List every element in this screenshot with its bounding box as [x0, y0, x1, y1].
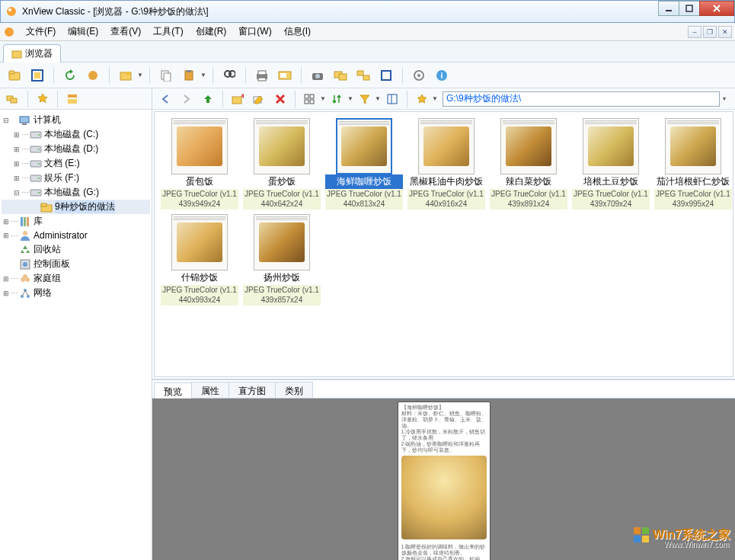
- svg-point-43: [38, 134, 40, 136]
- address-bar[interactable]: [443, 91, 720, 107]
- svg-rect-24: [280, 73, 286, 78]
- stop-button[interactable]: [83, 66, 103, 85]
- fullscreen-button[interactable]: [27, 66, 47, 85]
- tree-node[interactable]: ⊞⋯文档 (E:): [2, 156, 150, 171]
- tree-twisty[interactable]: ⊟: [12, 189, 21, 197]
- tab-preview[interactable]: 预览: [154, 382, 192, 398]
- refresh-button[interactable]: [60, 66, 80, 85]
- bookmark-button[interactable]: [412, 89, 432, 109]
- sort-button[interactable]: [328, 89, 347, 109]
- filter-dropdown[interactable]: ▼: [375, 95, 381, 102]
- minimize-button[interactable]: [658, 1, 679, 16]
- tree-twisty[interactable]: ⊞: [12, 131, 21, 139]
- thumbnail-item[interactable]: 茄汁培根虾仁炒饭JPEG TrueColor (v1.1439x995x24: [654, 118, 732, 210]
- thumbnail-item[interactable]: 蛋包饭JPEG TrueColor (v1.1439x949x24: [161, 118, 238, 210]
- tree-node[interactable]: 回收站: [2, 242, 150, 257]
- tree-twisty[interactable]: ⊞: [12, 174, 21, 182]
- tree-favorite-icon[interactable]: [33, 89, 53, 109]
- sort-dropdown[interactable]: ▼: [347, 95, 353, 102]
- open-button[interactable]: [5, 66, 24, 85]
- favorites-button[interactable]: [116, 66, 136, 85]
- tree-node[interactable]: ⊞⋯网络: [2, 286, 150, 300]
- thumbnail-item[interactable]: 培根土豆炒饭JPEG TrueColor (v1.1439x709x24: [572, 118, 650, 210]
- settings-button[interactable]: [409, 66, 429, 85]
- tree-node[interactable]: ⊟计算机: [2, 113, 150, 127]
- new-folder-button[interactable]: ✱: [228, 89, 248, 109]
- thumbnail-name: 蛋包饭: [161, 174, 238, 189]
- menu-view[interactable]: 查看(V): [104, 24, 147, 40]
- tree-node[interactable]: ⊞⋯家庭组: [2, 271, 150, 286]
- close-button[interactable]: [699, 1, 734, 16]
- menu-info[interactable]: 信息(I): [278, 24, 317, 40]
- layout-button[interactable]: [382, 89, 402, 109]
- tab-browser[interactable]: 浏览器: [3, 44, 61, 62]
- mdi-close-button[interactable]: ✕: [718, 26, 732, 38]
- mdi-minimize-button[interactable]: –: [688, 26, 701, 38]
- tree-node[interactable]: ⊟⋯本地磁盘 (G:): [2, 185, 150, 200]
- menu-file[interactable]: 文件(F): [20, 24, 62, 40]
- convert-button[interactable]: [331, 66, 350, 85]
- menu-window[interactable]: 窗口(W): [232, 24, 277, 40]
- maximize-button[interactable]: [679, 1, 700, 16]
- tree-node[interactable]: 9种炒饭的做法: [2, 200, 150, 214]
- filter-button[interactable]: [355, 89, 375, 109]
- tree-label: 网络: [34, 286, 52, 299]
- compare-button[interactable]: [376, 66, 396, 85]
- svg-rect-21: [258, 71, 266, 75]
- paste-button[interactable]: [179, 66, 199, 85]
- acquire-button[interactable]: [308, 66, 328, 85]
- svg-text:i: i: [440, 71, 443, 80]
- nav-back-button[interactable]: [155, 89, 175, 109]
- bookmark-dropdown[interactable]: ▼: [432, 95, 438, 102]
- thumbnail-meta: JPEG TrueColor (v1.1440x916x24: [407, 189, 485, 210]
- tab-properties[interactable]: 属性: [191, 382, 229, 398]
- favorites-dropdown[interactable]: ▼: [137, 72, 143, 78]
- rename-button[interactable]: [249, 89, 269, 109]
- copy-button[interactable]: [156, 66, 176, 85]
- view-mode-dropdown[interactable]: ▼: [320, 95, 326, 102]
- tab-histogram[interactable]: 直方图: [228, 382, 276, 398]
- tree-categories-icon[interactable]: [62, 89, 82, 109]
- mdi-restore-button[interactable]: ❐: [703, 26, 717, 38]
- tree-node[interactable]: ⊞⋯库: [2, 214, 150, 229]
- tree-twisty[interactable]: ⊞: [12, 160, 21, 168]
- tree-twisty[interactable]: ⊟: [2, 117, 11, 124]
- tree-twisty[interactable]: ⊞: [2, 275, 11, 283]
- nav-forward-button[interactable]: [177, 89, 197, 109]
- menu-edit[interactable]: 编辑(E): [62, 24, 104, 40]
- tree-node[interactable]: ⊞⋯Administrator: [2, 229, 150, 242]
- address-dropdown[interactable]: ▾: [723, 95, 729, 102]
- search-button[interactable]: [219, 66, 239, 85]
- nav-up-button[interactable]: [198, 89, 218, 109]
- print-button[interactable]: [252, 66, 272, 85]
- tree-node[interactable]: 控制面板: [2, 257, 150, 271]
- tree-node[interactable]: ⊞⋯本地磁盘 (D:): [2, 142, 150, 156]
- about-button[interactable]: i: [432, 66, 452, 85]
- tree-twisty[interactable]: ⊞: [2, 232, 11, 239]
- thumbnail-grid[interactable]: 蛋包饭JPEG TrueColor (v1.1439x949x24蛋炒饭JPEG…: [154, 111, 733, 377]
- thumbnail-item[interactable]: 什锦炒饭JPEG TrueColor (v1.1440x993x24: [161, 214, 238, 306]
- paste-dropdown[interactable]: ▼: [200, 72, 206, 78]
- tab-categories[interactable]: 类别: [275, 382, 313, 398]
- tree-twisty[interactable]: ⊞: [2, 218, 11, 226]
- tree-twisty[interactable]: ⊞: [2, 290, 11, 297]
- delete-button[interactable]: [270, 89, 290, 109]
- menu-create[interactable]: 创建(R): [190, 24, 233, 40]
- svg-rect-70: [310, 94, 314, 98]
- thumbnail-item[interactable]: 海鲜咖喱炒饭JPEG TrueColor (v1.1440x813x24: [325, 118, 403, 210]
- thumbnail-item[interactable]: 蛋炒饭JPEG TrueColor (v1.1440x642x24: [243, 118, 321, 210]
- tree-node[interactable]: ⊞⋯娱乐 (F:): [2, 171, 150, 185]
- batch-button[interactable]: [353, 66, 373, 85]
- menu-tools[interactable]: 工具(T): [147, 24, 189, 40]
- slideshow-button[interactable]: [275, 66, 295, 85]
- view-mode-button[interactable]: [300, 89, 320, 109]
- thumbnail-item[interactable]: 黑椒耗油牛肉炒饭JPEG TrueColor (v1.1440x916x24: [407, 118, 485, 210]
- thumbnail-item[interactable]: 扬州炒饭JPEG TrueColor (v1.1439x857x24: [243, 214, 321, 306]
- folder-tree[interactable]: ⊟计算机⊞⋯本地磁盘 (C:)⊞⋯本地磁盘 (D:)⊞⋯文档 (E:)⊞⋯娱乐 …: [0, 110, 152, 560]
- tree-folders-icon[interactable]: [3, 89, 23, 109]
- tree-node[interactable]: ⊞⋯本地磁盘 (C:): [2, 127, 150, 142]
- svg-rect-40: [20, 117, 29, 123]
- tree-twisty[interactable]: ⊞: [12, 146, 21, 153]
- thumbnail-item[interactable]: 辣白菜炒饭JPEG TrueColor (v1.1439x891x24: [490, 118, 567, 210]
- thumbnail-name: 扬州炒饭: [243, 270, 321, 285]
